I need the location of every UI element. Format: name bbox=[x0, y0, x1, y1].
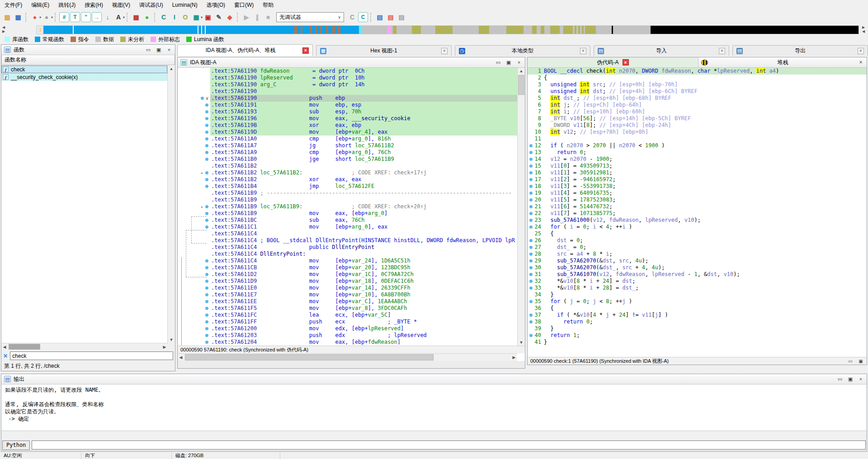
names-icon[interactable]: A bbox=[113, 12, 123, 22]
navband-segment[interactable] bbox=[578, 26, 580, 34]
functions-titlebar[interactable]: ▤ 函数 ▭ ▣ × bbox=[1, 45, 175, 55]
menu-e[interactable]: 编辑(E) bbox=[27, 0, 54, 10]
minimize-icon[interactable]: ▭ bbox=[495, 60, 501, 66]
pseudocode-line[interactable]: 11 bbox=[528, 136, 867, 142]
pseudocode-line[interactable]: 40 return 1; bbox=[528, 332, 867, 339]
menu-w[interactable]: 窗口(W) bbox=[230, 0, 258, 10]
navband-segment[interactable] bbox=[359, 26, 362, 34]
tab-close-icon[interactable]: × bbox=[580, 48, 586, 54]
tab-4[interactable]: ▤导入× bbox=[594, 45, 729, 56]
menu-luminan[interactable]: Lumina(N) bbox=[168, 1, 202, 9]
functions-vscrollbar[interactable]: ▲ ▼ bbox=[167, 66, 175, 343]
disasm-line[interactable]: .text:57A61204 mov eax, [ebp+fdwReason] bbox=[178, 339, 517, 346]
menu-o[interactable]: 选项(O) bbox=[202, 0, 230, 10]
pseudocode-line[interactable]: 26 dst = 0; bbox=[528, 237, 867, 244]
navigation-band[interactable]: ◀▶ ↓ ▶◀ bbox=[0, 24, 868, 35]
debug-stop-icon[interactable]: ■ bbox=[263, 12, 273, 22]
navband-segment[interactable] bbox=[550, 26, 560, 34]
pseudocode-line[interactable]: 24 for ( i = 0; i < 4; ++i ) bbox=[528, 224, 867, 230]
disasm-line[interactable]: .text:57A61190 fdwReason = dword ptr 0Ch bbox=[178, 68, 517, 75]
pseudocode-line[interactable]: 7 int i; // [esp+10h] [ebp-60h] bbox=[528, 108, 867, 115]
pseudocode-line[interactable]: 34 } bbox=[528, 291, 867, 298]
disasm-line[interactable]: .text:57A61196 mov eax, ___security_cook… bbox=[178, 115, 517, 122]
pseudocode-line[interactable]: 21 v11[6] = 514476732; bbox=[528, 203, 867, 210]
disasm-line[interactable]: .text:57A61191 mov ebp, esp bbox=[178, 102, 517, 108]
scroll-down-icon[interactable]: ▼ bbox=[168, 337, 175, 343]
clear-filter-icon[interactable]: ✕ bbox=[3, 353, 8, 359]
minimize-icon[interactable]: ▭ bbox=[847, 359, 854, 364]
function-row[interactable]: fcheck bbox=[1, 66, 167, 73]
navband-segment[interactable] bbox=[315, 26, 317, 34]
functions-column-header[interactable]: 函数名称 bbox=[1, 55, 175, 65]
pseudocode-line[interactable]: 6 int j; // [esp+Ch] [ebp-64h] bbox=[528, 102, 867, 108]
pseudocode-line[interactable]: 1BOOL __cdecl check(int n2070, DWORD fdw… bbox=[528, 68, 867, 75]
continue-process-icon[interactable]: C bbox=[347, 12, 357, 22]
pseudocode-line[interactable]: 2{ bbox=[528, 75, 867, 81]
debug-pause-icon[interactable]: ∥ bbox=[252, 12, 262, 22]
disasm-line[interactable]: .text:57A611E0 mov [ebp+var_14], 26339CF… bbox=[178, 285, 517, 291]
hscroll-thumb[interactable] bbox=[9, 344, 40, 350]
disasm-line[interactable]: .text:57A611B9 bbox=[178, 197, 517, 203]
debugger-select[interactable]: 无调试器∨ bbox=[276, 12, 344, 22]
pseudocode-line[interactable]: 20 v11[5] = 1787523083; bbox=[528, 197, 867, 203]
restore-icon[interactable]: ▣ bbox=[505, 60, 512, 66]
disasm-line[interactable]: .text:57A611BC sub eax, 76Ch bbox=[178, 217, 517, 224]
nav-back-icon[interactable]: ● bbox=[30, 12, 40, 22]
navband-segment[interactable] bbox=[541, 26, 544, 34]
function-row[interactable]: f__security_check_cookie(x) bbox=[1, 73, 167, 81]
disasm-line[interactable]: ▸.text:57A611B2 loc_57A611B2: ; CODE XRE… bbox=[178, 169, 517, 176]
navband-segment[interactable] bbox=[575, 26, 576, 34]
disassembly-listing[interactable]: .text:57A61190 fdwReason = dword ptr 0Ch… bbox=[178, 68, 517, 346]
menu-f[interactable]: 文件(F) bbox=[0, 0, 27, 10]
breakpoints-icon[interactable]: ▣ bbox=[203, 12, 213, 22]
navband-segment[interactable] bbox=[506, 26, 524, 34]
pseudocode-line[interactable]: 31 sub_57A61070(v12, fdwReason, lpReserv… bbox=[528, 271, 867, 278]
patch-icon[interactable]: ✎ bbox=[214, 12, 224, 22]
navband-segment[interactable] bbox=[563, 26, 573, 34]
pseudocode-line[interactable]: 35 for ( j = 0; j < 8; ++j ) bbox=[528, 298, 867, 305]
navband-segment[interactable] bbox=[412, 26, 421, 34]
disasm-line[interactable]: .text:57A61200 mov edx, [ebp+lpReserved] bbox=[178, 325, 517, 332]
python-interpreter-button[interactable]: Python bbox=[2, 440, 30, 450]
pseudocode-line[interactable]: 12 if ( n2070 > 2070 || n2070 < 1900 ) bbox=[528, 142, 867, 149]
vscroll-thumb[interactable] bbox=[518, 75, 524, 95]
functions-filter-input[interactable] bbox=[10, 351, 173, 360]
pseudocode-line[interactable]: 22 v11[7] = 1071385775; bbox=[528, 210, 867, 217]
problems-icon[interactable]: ◆ bbox=[225, 12, 235, 22]
pseudocode-line[interactable]: 10 int v12; // [esp+78h] [ebp+8h] bbox=[528, 129, 867, 136]
restore-icon[interactable]: ▣ bbox=[847, 376, 854, 382]
pseudocode-line[interactable]: 14 v12 = n2070 - 1900; bbox=[528, 156, 867, 163]
navband-segment[interactable] bbox=[651, 26, 859, 34]
pseudocode-listing[interactable]: 1BOOL __cdecl check(int n2070, DWORD fdw… bbox=[528, 68, 867, 357]
pseudocode-line[interactable]: 27 dst_ = 0; bbox=[528, 244, 867, 251]
pseudocode-line[interactable]: 28 src = a4 + 8 * i; bbox=[528, 251, 867, 258]
navband-right-arrows[interactable]: ▶◀ bbox=[861, 25, 866, 33]
disasm-line[interactable]: .text:57A61190 arg_C = dword ptr 14h bbox=[178, 81, 517, 88]
tab-stack[interactable]: 堆栈 × bbox=[698, 57, 867, 67]
pseudocode-line[interactable]: 29 sub_57A62070(&dst, src, 4u); bbox=[528, 258, 867, 264]
menu-h[interactable]: 搜索(H) bbox=[80, 0, 108, 10]
navband-segment[interactable] bbox=[532, 26, 537, 34]
navband-left-arrows[interactable]: ◀▶ bbox=[1, 25, 6, 33]
pseudocode-line[interactable]: 37 if ( *&v10[4 * j + 24] != v11[j] ) bbox=[528, 312, 867, 318]
pseudocode-line[interactable]: 19 v11[4] = 640916735; bbox=[528, 190, 867, 197]
scroll-left-icon[interactable]: ◀ bbox=[1, 343, 8, 350]
disasm-line[interactable]: .text:57A611D9 mov [ebp+var_18], 0DEFAC1… bbox=[178, 278, 517, 285]
navband-strip[interactable] bbox=[36, 25, 859, 34]
disasm-line[interactable]: .text:57A611B4 jmp loc_57A612FE bbox=[178, 183, 517, 190]
menu-j[interactable]: 跳转(J) bbox=[54, 0, 80, 10]
pseudocode-line[interactable]: 5 int dst_; // [esp+8h] [ebp-68h] BYREF bbox=[528, 95, 867, 102]
python-command-input[interactable] bbox=[32, 440, 866, 450]
navband-segment[interactable] bbox=[393, 26, 396, 34]
pseudocode-line[interactable]: 16 v11[1] = 305912981; bbox=[528, 169, 867, 176]
text-search-icon[interactable]: T bbox=[70, 12, 80, 22]
disasm-line[interactable]: .text:57A611C4 mov [ebp+var_24], 1D6A5C5… bbox=[178, 258, 517, 264]
collapse-arrow-icon[interactable]: ∨ bbox=[206, 95, 208, 102]
disasm-line[interactable]: .text:57A611B9 ; -----------------------… bbox=[178, 190, 517, 197]
tab-close-icon[interactable]: × bbox=[302, 47, 309, 54]
navband-segment[interactable] bbox=[612, 26, 613, 34]
lumina-ball-icon[interactable]: ● bbox=[142, 12, 152, 22]
pseudocode-line[interactable]: 33 *&v10[8 * i + 28] = dst_; bbox=[528, 285, 867, 291]
disasm-hscrollbar[interactable]: ◀ ▶ bbox=[178, 353, 517, 361]
open-file-icon[interactable]: ▥ bbox=[2, 12, 12, 22]
